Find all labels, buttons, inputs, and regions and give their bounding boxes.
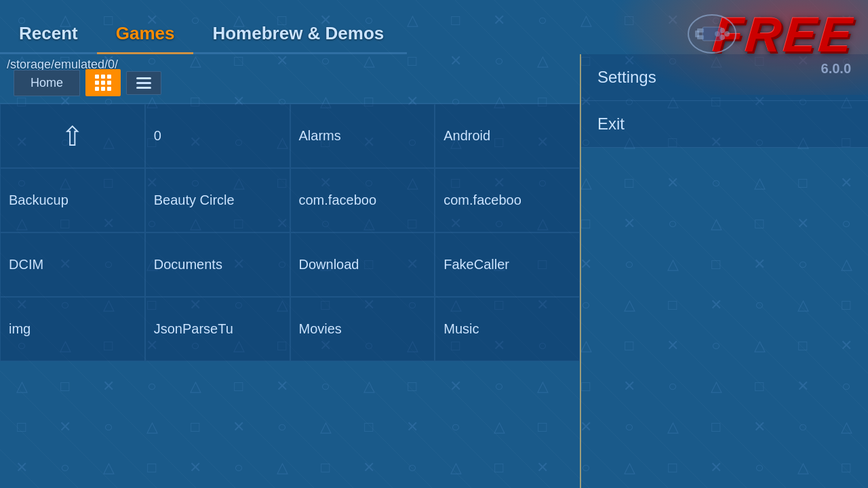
file-cell[interactable]: img — [0, 297, 145, 361]
hamburger-icon — [136, 77, 151, 89]
file-cell[interactable]: Beauty Circle — [145, 168, 290, 232]
file-cell[interactable]: com.faceboo — [290, 168, 435, 232]
file-cell[interactable]: Download — [290, 232, 435, 297]
file-cell[interactable]: com.faceboo — [435, 168, 580, 232]
file-cell[interactable]: Music — [435, 297, 580, 361]
file-grid: ⇧0AlarmsAndroidBackucupBeauty Circlecom.… — [0, 103, 580, 361]
right-sidebar: SettingsExit — [580, 54, 868, 488]
file-cell[interactable]: DCIM — [0, 232, 145, 297]
file-cell[interactable]: ⇧ — [0, 104, 145, 168]
file-cell[interactable]: Documents — [145, 232, 290, 297]
menu-button[interactable] — [126, 71, 161, 95]
sidebar-item-exit[interactable]: Exit — [581, 101, 868, 148]
grid-view-button[interactable] — [85, 69, 121, 96]
top-navigation: Recent Games Homebrew & Demos — [0, 0, 868, 54]
tab-games[interactable]: Games — [97, 15, 194, 54]
main-content: Home ⇧0AlarmsAndroidBackucupBeau — [0, 54, 580, 488]
tab-recent[interactable]: Recent — [0, 15, 97, 54]
toolbar: Home — [7, 62, 580, 103]
file-cell[interactable]: Android — [435, 104, 580, 168]
home-button[interactable]: Home — [14, 70, 80, 96]
vertical-divider — [580, 54, 581, 488]
file-cell[interactable]: JsonParseTu — [145, 297, 290, 361]
tab-homebrew-demos[interactable]: Homebrew & Demos — [193, 15, 403, 54]
file-cell[interactable]: Alarms — [290, 104, 435, 168]
sidebar-item-settings[interactable]: Settings — [581, 54, 868, 101]
file-cell[interactable]: FakeCaller — [435, 232, 580, 297]
file-cell[interactable]: 0 — [145, 104, 290, 168]
file-cell[interactable]: Backucup — [0, 168, 145, 232]
file-cell[interactable]: Movies — [290, 297, 435, 361]
grid-icon — [95, 75, 111, 91]
